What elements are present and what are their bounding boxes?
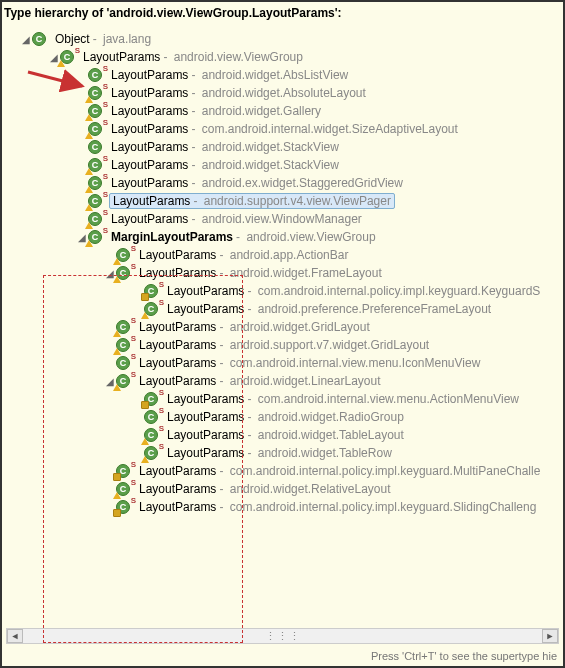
tree-item-label[interactable]: LayoutParams - android.widget.TableRow	[165, 446, 394, 460]
package-name: - android.support.v4.view.ViewPager	[190, 194, 391, 208]
tree-row[interactable]: ◢CObject - java.lang	[6, 30, 563, 48]
tree-item-label[interactable]: LayoutParams - android.widget.GridLayout	[137, 320, 372, 334]
tree-item-label[interactable]: LayoutParams - android.preference.Prefer…	[165, 302, 493, 316]
class-icon: CS	[144, 445, 162, 461]
tree-row[interactable]: ▷CSLayoutParams - android.widget.AbsList…	[6, 66, 563, 84]
class-name: LayoutParams	[139, 320, 216, 334]
collapse-icon[interactable]: ◢	[20, 33, 32, 45]
scroll-track[interactable]: ⋮⋮⋮	[23, 630, 542, 643]
warning-overlay-icon	[85, 96, 93, 103]
class-name: LayoutParams	[111, 212, 188, 226]
class-icon: CS	[116, 355, 134, 371]
tree-item-label[interactable]: LayoutParams - android.widget.RelativeLa…	[137, 482, 393, 496]
warning-overlay-icon	[113, 384, 121, 391]
class-icon: CS	[144, 409, 162, 425]
package-name: - android.ex.widget.StaggeredGridView	[188, 176, 403, 190]
tree-item-label[interactable]: LayoutParams - android.widget.StackView	[109, 158, 341, 172]
class-name: LayoutParams	[111, 122, 188, 136]
tree-row[interactable]: ▷CSLayoutParams - android.widget.StackVi…	[6, 156, 563, 174]
tree-item-label[interactable]: LayoutParams - android.widget.AbsoluteLa…	[109, 86, 368, 100]
tree-item-label[interactable]: LayoutParams - com.android.internal.poli…	[165, 284, 542, 298]
tree-item-label[interactable]: LayoutParams - android.ex.widget.Stagger…	[109, 176, 405, 190]
warning-overlay-icon	[85, 114, 93, 121]
class-name: LayoutParams	[167, 392, 244, 406]
tree-row[interactable]: ▷CSLayoutParams - com.android.internal.p…	[6, 462, 563, 480]
tree-item-label[interactable]: LayoutParams - android.app.ActionBar	[137, 248, 350, 262]
tree-row[interactable]: ▷CSLayoutParams - com.android.internal.p…	[6, 498, 563, 516]
tree-item-label[interactable]: LayoutParams - android.widget.FrameLayou…	[137, 266, 384, 280]
class-icon: CS	[116, 373, 134, 389]
static-badge: S	[103, 227, 108, 235]
warning-overlay-icon	[113, 492, 121, 499]
scroll-left-button[interactable]: ◄	[7, 629, 23, 643]
warning-overlay-icon	[141, 456, 149, 463]
tree-row[interactable]: ◢CSLayoutParams - android.widget.LinearL…	[6, 372, 563, 390]
tree-item-label[interactable]: LayoutParams - android.widget.Gallery	[109, 104, 323, 118]
tree-row[interactable]: ▷CSLayoutParams - com.android.internal.v…	[6, 354, 563, 372]
tree-row[interactable]: ▷CSLayoutParams - android.view.WindowMan…	[6, 210, 563, 228]
tree-row[interactable]: ▷CSLayoutParams - android.widget.TableLa…	[6, 426, 563, 444]
tree-item-label[interactable]: LayoutParams - android.view.WindowManage…	[109, 212, 364, 226]
static-badge: S	[103, 191, 108, 199]
tree-row[interactable]: ▷CSLayoutParams - android.widget.Absolut…	[6, 84, 563, 102]
class-icon: CS	[88, 229, 106, 245]
class-icon: CS	[88, 157, 106, 173]
tree-item-label[interactable]: Object - java.lang	[53, 32, 153, 46]
package-name: - com.android.internal.view.menu.ActionM…	[244, 392, 519, 406]
tree-row[interactable]: ▷CSLayoutParams - android.app.ActionBar	[6, 246, 563, 264]
tree-row[interactable]: ◢CSLayoutParams - android.view.ViewGroup	[6, 48, 563, 66]
class-icon: CS	[116, 247, 134, 263]
class-name: LayoutParams	[111, 86, 188, 100]
static-badge: S	[159, 281, 164, 289]
package-name: - android.view.ViewGroup	[233, 230, 376, 244]
tree-item-label[interactable]: LayoutParams - com.android.internal.poli…	[137, 464, 542, 478]
tree-item-label[interactable]: MarginLayoutParams - android.view.ViewGr…	[109, 230, 378, 244]
package-name: - android.widget.GridLayout	[216, 320, 369, 334]
tree-row[interactable]: ▷CSLayoutParams - android.widget.Relativ…	[6, 480, 563, 498]
package-name: - java.lang	[90, 32, 151, 46]
horizontal-scrollbar[interactable]: ◄ ⋮⋮⋮ ►	[6, 628, 559, 644]
tree-row[interactable]: ▷CSLayoutParams - android.widget.RadioGr…	[6, 408, 563, 426]
warning-overlay-icon	[85, 168, 93, 175]
tree-item-label[interactable]: LayoutParams - android.widget.TableLayou…	[165, 428, 406, 442]
tree-row[interactable]: ▷CSLayoutParams - com.android.internal.v…	[6, 390, 563, 408]
tree-item-label[interactable]: LayoutParams - android.view.ViewGroup	[81, 50, 305, 64]
static-badge: S	[131, 479, 136, 487]
class-icon: CS	[88, 121, 106, 137]
static-badge: S	[131, 335, 136, 343]
static-badge: S	[131, 263, 136, 271]
class-icon: CS	[144, 391, 162, 407]
tree-row[interactable]: ▷CSLayoutParams - com.android.internal.w…	[6, 120, 563, 138]
class-icon: CS	[144, 301, 162, 317]
class-icon: CS	[88, 67, 106, 83]
package-name: - com.android.internal.view.menu.IconMen…	[216, 356, 480, 370]
class-name: LayoutParams	[83, 50, 160, 64]
tree-item-label[interactable]: LayoutParams - android.support.v7.widget…	[137, 338, 431, 352]
static-badge: S	[131, 461, 136, 469]
tree-item-label[interactable]: LayoutParams - com.android.internal.poli…	[137, 500, 538, 514]
tree-item-label[interactable]: LayoutParams - com.android.internal.view…	[165, 392, 521, 406]
tree-row[interactable]: ▷CSLayoutParams - android.preference.Pre…	[6, 300, 563, 318]
tree-row[interactable]: ▷CSLayoutParams - android.support.v7.wid…	[6, 336, 563, 354]
tree-row[interactable]: ▷CLayoutParams - android.widget.StackVie…	[6, 138, 563, 156]
tree-row[interactable]: ▷CSLayoutParams - android.support.v4.vie…	[6, 192, 563, 210]
package-name: - android.widget.AbsListView	[188, 68, 348, 82]
tree-row[interactable]: ▷CSLayoutParams - com.android.internal.p…	[6, 282, 563, 300]
tree-row[interactable]: ◢CSLayoutParams - android.widget.FrameLa…	[6, 264, 563, 282]
tree-row[interactable]: ◢CSMarginLayoutParams - android.view.Vie…	[6, 228, 563, 246]
lock-overlay-icon	[141, 293, 149, 301]
tree-item-label[interactable]: LayoutParams - com.android.internal.widg…	[109, 122, 460, 136]
tree-item-label[interactable]: LayoutParams - android.widget.AbsListVie…	[109, 68, 350, 82]
tree-item-label[interactable]: LayoutParams - android.widget.RadioGroup	[165, 410, 406, 424]
scroll-right-button[interactable]: ►	[542, 629, 558, 643]
tree-row[interactable]: ▷CSLayoutParams - android.widget.GridLay…	[6, 318, 563, 336]
tree-row[interactable]: ▷CSLayoutParams - android.widget.Gallery	[6, 102, 563, 120]
tree-row[interactable]: ▷CSLayoutParams - android.widget.TableRo…	[6, 444, 563, 462]
static-badge: S	[159, 299, 164, 307]
tree-item-label[interactable]: LayoutParams - android.support.v4.view.V…	[109, 193, 395, 209]
tree-item-label[interactable]: LayoutParams - com.android.internal.view…	[137, 356, 482, 370]
package-name: - android.widget.FrameLayout	[216, 266, 381, 280]
tree-item-label[interactable]: LayoutParams - android.widget.StackView	[109, 140, 341, 154]
tree-item-label[interactable]: LayoutParams - android.widget.LinearLayo…	[137, 374, 383, 388]
tree-row[interactable]: ▷CSLayoutParams - android.ex.widget.Stag…	[6, 174, 563, 192]
